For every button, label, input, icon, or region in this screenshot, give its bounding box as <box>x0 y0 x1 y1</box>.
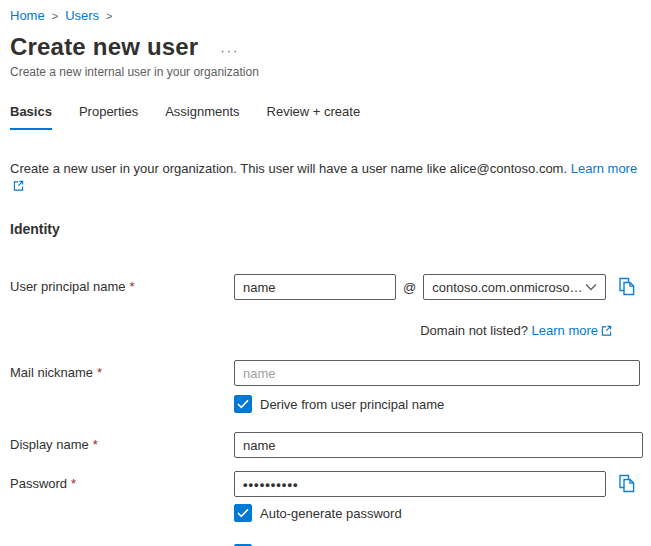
required-marker: * <box>71 471 76 497</box>
display-name-label: Display name* <box>10 432 234 458</box>
upn-label-text: User principal name <box>10 274 126 300</box>
required-marker: * <box>93 432 98 458</box>
copy-password-button[interactable] <box>618 474 636 494</box>
password-label-text: Password <box>10 471 67 497</box>
external-link-icon <box>13 178 24 195</box>
breadcrumb: Home > Users > <box>10 8 641 24</box>
domain-learn-more-link[interactable]: Learn more <box>532 323 598 338</box>
learn-more-link[interactable]: Learn more <box>571 161 637 176</box>
display-name-input[interactable] <box>234 432 643 458</box>
page-header: Create new user ··· <box>10 33 641 61</box>
password-label: Password* <box>10 471 234 497</box>
display-name-field-group <box>234 432 643 458</box>
mail-nickname-field-group <box>234 360 640 386</box>
more-options-button[interactable]: ··· <box>220 43 239 58</box>
page-subtitle: Create a new internal user in your organ… <box>10 65 641 79</box>
derive-checkbox-label: Derive from user principal name <box>260 397 444 412</box>
domain-note: Domain not listed? Learn more <box>234 323 612 340</box>
tab-basics[interactable]: Basics <box>10 104 52 130</box>
mail-nickname-input <box>234 360 640 386</box>
page-title: Create new user <box>10 33 198 61</box>
required-marker: * <box>130 274 135 300</box>
password-row: Password* <box>10 471 641 497</box>
checkmark-icon <box>237 399 249 409</box>
password-field-group <box>234 471 636 497</box>
upn-field-group: @ contoso.com.onmicroso… <box>234 274 636 300</box>
password-input[interactable] <box>234 471 606 497</box>
chevron-down-icon <box>585 283 597 291</box>
copy-icon <box>618 482 636 497</box>
checkmark-icon <box>237 508 249 518</box>
external-link-icon <box>601 324 612 340</box>
wizard-tabs: Basics Properties Assignments Review + c… <box>10 104 641 130</box>
autogen-field-group: Auto-generate password <box>234 504 402 522</box>
domain-note-text: Domain not listed? <box>420 323 528 338</box>
copy-icon <box>618 285 636 300</box>
breadcrumb-link-home[interactable]: Home <box>10 8 45 24</box>
domain-dropdown[interactable]: contoso.com.onmicroso… <box>423 274 606 300</box>
autogen-row: Auto-generate password <box>10 504 641 522</box>
tab-properties[interactable]: Properties <box>79 104 138 130</box>
mail-nickname-row: Mail nickname* <box>10 360 641 386</box>
copy-upn-button[interactable] <box>618 277 636 297</box>
breadcrumb-link-users[interactable]: Users <box>65 8 99 24</box>
identity-section-heading: Identity <box>10 221 641 237</box>
display-name-label-text: Display name <box>10 432 89 458</box>
tab-description: Create a new user in your organization. … <box>10 160 641 195</box>
derive-checkbox[interactable] <box>234 395 252 413</box>
derive-field-group: Derive from user principal name <box>234 395 444 413</box>
identity-form: User principal name* @ contoso.com.onmic… <box>10 274 641 546</box>
at-symbol: @ <box>403 280 416 295</box>
upn-label: User principal name* <box>10 274 234 300</box>
domain-dropdown-value: contoso.com.onmicroso… <box>432 280 582 295</box>
autogen-checkbox[interactable] <box>234 504 252 522</box>
required-marker: * <box>97 360 102 386</box>
upn-row: User principal name* @ contoso.com.onmic… <box>10 274 641 300</box>
display-name-row: Display name* <box>10 432 641 458</box>
chevron-right-icon: > <box>106 8 112 24</box>
description-text: Create a new user in your organization. … <box>10 161 567 176</box>
chevron-right-icon: > <box>52 8 58 24</box>
domain-note-row: Domain not listed? Learn more <box>10 323 641 340</box>
upn-input[interactable] <box>234 274 396 300</box>
create-user-page: Home > Users > Create new user ··· Creat… <box>0 0 651 546</box>
tab-review-create[interactable]: Review + create <box>267 104 361 130</box>
derive-row: Derive from user principal name <box>10 395 641 413</box>
tab-assignments[interactable]: Assignments <box>165 104 239 130</box>
autogen-checkbox-label: Auto-generate password <box>260 506 402 521</box>
mail-nickname-label: Mail nickname* <box>10 360 234 386</box>
mail-nickname-label-text: Mail nickname <box>10 360 93 386</box>
